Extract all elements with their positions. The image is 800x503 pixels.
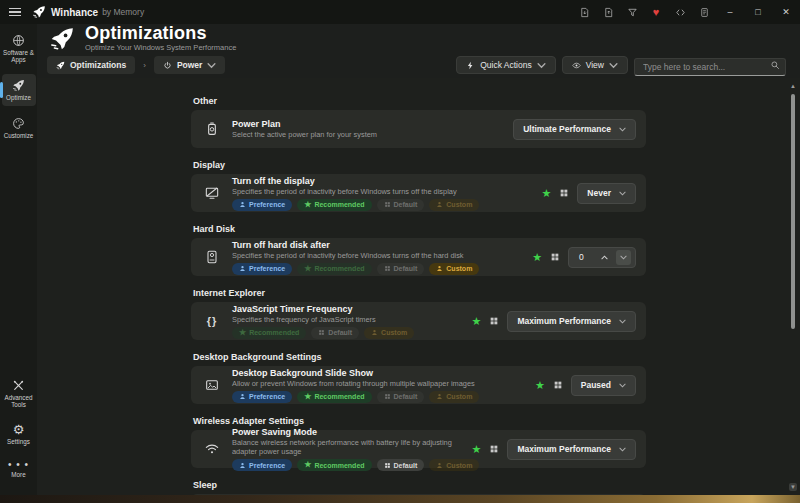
custom-badge[interactable]: Custom [364,327,414,339]
favorite-star-icon[interactable]: ★ [535,380,545,391]
minimize-button[interactable]: – [716,0,744,24]
eye-icon [572,61,581,70]
preference-badge[interactable]: Preference [232,459,292,471]
filter-button[interactable] [620,0,644,24]
sidebar-item-software-apps[interactable]: Software & Apps [2,29,36,68]
setting-description: Select the active power plan for your sy… [232,130,502,139]
sidebar-item-label: More [11,471,25,478]
maximize-button[interactable]: □ [744,0,772,24]
save-config-button[interactable] [596,0,620,24]
scrollbar: ▲ ▼ [789,82,797,491]
recommended-badge[interactable]: ★ Recommended [297,459,371,471]
close-button[interactable]: ✕ [772,0,800,24]
sidebar-item-label: Advanced Tools [3,394,35,408]
custom-badge[interactable]: Custom [429,199,479,211]
hamburger-menu-button[interactable] [0,0,30,24]
favorite-star-icon[interactable]: ★ [472,316,482,327]
sidebar: Software & Apps Optimize Customize [0,24,37,495]
search-icon [770,60,780,70]
preference-badge[interactable]: Preference [232,263,292,275]
person-icon [239,265,246,272]
chevron-down-icon [619,127,626,132]
grid-icon[interactable] [489,316,499,326]
favorite-star-icon[interactable]: ★ [472,444,482,455]
custom-badge[interactable]: Custom [429,391,479,403]
favorite-star-icon[interactable]: ★ [541,188,551,199]
badge-label: Custom [446,265,472,272]
default-badge[interactable]: Default [377,459,425,471]
badge-label: Custom [446,201,472,208]
stepper-up-button[interactable] [597,250,612,265]
person-icon [436,265,443,272]
recommended-badge[interactable]: ★ Recommended [297,263,371,275]
save-config-icon [603,7,614,18]
badge-label: Recommended [314,201,364,208]
log-button[interactable] [692,0,716,24]
stepper-value[interactable]: 0 [579,252,593,262]
log-icon [699,7,710,18]
scrollbar-thumb[interactable] [791,94,795,329]
custom-badge[interactable]: Custom [429,263,479,275]
js-timer-dropdown[interactable]: Maximum Performance [507,311,636,332]
grid-icon[interactable] [553,380,563,390]
sidebar-item-customize[interactable]: Customize [2,112,36,144]
slide-show-dropdown[interactable]: Paused [571,375,636,396]
section-header-internet-explorer: Internet Explorer [193,288,646,298]
sidebar-item-advanced-tools[interactable]: Advanced Tools [2,374,36,413]
grid-icon[interactable] [550,252,560,262]
sidebar-item-label: Settings [7,438,30,445]
badge-label: Preference [249,201,285,208]
sidebar-item-settings[interactable]: ⚙ Settings [2,419,36,450]
hamburger-icon [9,6,21,18]
setting-card-power-saving-mode: Power Saving Mode Balance wireless netwo… [191,430,646,468]
default-badge[interactable]: Default [311,327,359,339]
stepper-down-button[interactable] [616,250,631,265]
app-byline: by Memory [102,7,144,17]
default-badge[interactable]: Default [377,199,425,211]
setting-title: Power Saving Mode [232,427,461,437]
code-button[interactable] [668,0,692,24]
badge-row: Preference ★ Recommended Default [232,391,524,403]
recommended-badge[interactable]: ★ Recommended [232,327,306,339]
sidebar-item-optimize[interactable]: Optimize [2,74,36,106]
power-plan-dropdown[interactable]: Ultimate Performance [513,119,636,140]
code-braces-icon: {} [203,312,221,330]
grid-icon [318,329,325,336]
grid-icon [384,201,391,208]
heart-icon: ♥ [653,6,660,18]
search-input[interactable] [634,58,786,76]
scrollbar-down-arrow[interactable]: ▼ [789,483,797,491]
quick-actions-button[interactable]: Quick Actions [456,56,556,74]
default-badge[interactable]: Default [377,391,425,403]
person-icon [239,462,246,469]
grid-icon[interactable] [489,444,499,454]
breadcrumb-power-dropdown[interactable]: Power [154,56,226,74]
default-badge[interactable]: Default [377,263,425,275]
power-saving-dropdown[interactable]: Maximum Performance [507,439,636,460]
view-button[interactable]: View [562,56,628,74]
setting-title: Turn off hard disk after [232,240,521,250]
dropdown-value: Paused [581,380,611,390]
sidebar-item-label: Customize [4,132,34,139]
sidebar-item-more[interactable]: • • • More [2,456,36,483]
display-off-icon [203,184,221,202]
donate-button[interactable]: ♥ [644,0,668,24]
preference-badge[interactable]: Preference [232,199,292,211]
display-timeout-dropdown[interactable]: Never [577,183,636,204]
import-config-button[interactable] [572,0,596,24]
chevron-down-icon [620,255,627,260]
scrollbar-up-arrow[interactable]: ▲ [789,82,797,90]
star-icon: ★ [239,329,246,337]
breadcrumb-optimizations[interactable]: Optimizations [47,56,135,74]
code-icon [675,7,686,18]
grid-icon[interactable] [559,188,569,198]
setting-description: Specifies the frequency of JavaScript ti… [232,315,461,324]
custom-badge[interactable]: Custom [429,459,479,471]
recommended-badge[interactable]: ★ Recommended [297,391,371,403]
chevron-down-icon [619,383,626,388]
chevron-down-icon [619,447,626,452]
hard-disk-minutes-stepper: 0 [568,247,636,268]
favorite-star-icon[interactable]: ★ [532,252,542,263]
preference-badge[interactable]: Preference [232,391,292,403]
recommended-badge[interactable]: ★ Recommended [297,199,371,211]
